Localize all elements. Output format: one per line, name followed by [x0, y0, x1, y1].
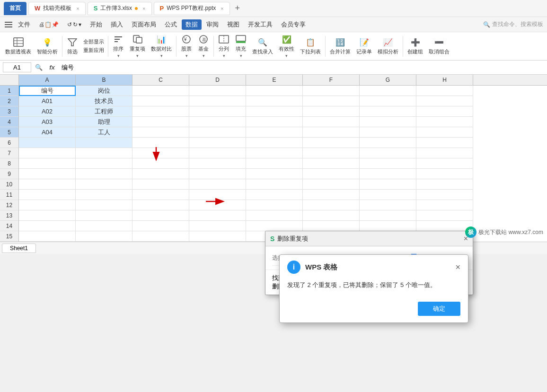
cell-C12[interactable] — [132, 200, 189, 210]
cell-G1[interactable] — [360, 86, 416, 96]
cell-H2[interactable] — [416, 96, 473, 106]
cell-C1[interactable] — [132, 86, 189, 96]
row-num-3[interactable]: 3 — [0, 106, 18, 117]
row-num-4[interactable]: 4 — [0, 117, 18, 127]
cell-F13[interactable] — [303, 210, 360, 221]
cell-E6[interactable] — [246, 138, 303, 148]
cell-F1[interactable] — [303, 86, 360, 96]
toolbar-create-group-btn[interactable]: ➕ 创建组 — [405, 35, 425, 57]
cell-F3[interactable] — [303, 106, 360, 117]
cell-B6[interactable] — [76, 138, 132, 148]
cell-G10[interactable] — [360, 179, 416, 190]
cell-C4[interactable] — [132, 117, 189, 127]
tab-home[interactable]: 首页 — [4, 2, 26, 15]
cell-E7[interactable] — [246, 148, 303, 158]
cell-C8[interactable] — [132, 158, 189, 169]
cell-G8[interactable] — [360, 158, 416, 169]
row-num-6[interactable]: 6 — [0, 138, 18, 148]
cell-D10[interactable] — [189, 179, 246, 190]
cell-G3[interactable] — [360, 106, 416, 117]
tab-wps-find[interactable]: W 找箱壳模板 × — [28, 2, 86, 15]
cell-D2[interactable] — [189, 96, 246, 106]
menu-pagelayout[interactable]: 页面布局 — [128, 19, 160, 30]
cell-B10[interactable] — [76, 179, 132, 190]
menu-view[interactable]: 视图 — [223, 19, 243, 30]
col-header-B[interactable]: B — [76, 75, 132, 85]
formula-search-icon[interactable]: 🔍 — [33, 62, 44, 73]
cell-B3[interactable]: 工程师 — [76, 106, 132, 117]
cell-E14[interactable] — [246, 221, 303, 231]
cell-F7[interactable] — [303, 148, 360, 158]
cell-B12[interactable] — [76, 200, 132, 210]
cell-C7[interactable] — [132, 148, 189, 158]
toolbar-simulate-btn[interactable]: 📈 模拟分析 — [375, 35, 401, 57]
cell-H3[interactable] — [416, 106, 473, 117]
cell-H6[interactable] — [416, 138, 473, 148]
cell-E12[interactable] — [246, 200, 303, 210]
menu-insert[interactable]: 插入 — [107, 19, 127, 30]
cell-F6[interactable] — [303, 138, 360, 148]
hamburger-icon[interactable] — [4, 20, 13, 29]
cell-E5[interactable] — [246, 127, 303, 138]
menu-search-box[interactable]: 🔍 查找命令、搜索模板 — [483, 20, 543, 28]
cell-D5[interactable] — [189, 127, 246, 138]
menu-dropdown[interactable]: ▾ — [79, 21, 81, 28]
cell-H10[interactable] — [416, 179, 473, 190]
cell-A12[interactable] — [19, 200, 76, 210]
cell-B9[interactable] — [76, 169, 132, 179]
cell-A1[interactable]: 编号 — [19, 86, 76, 96]
cell-B11[interactable] — [76, 190, 132, 200]
toolbar-smart-btn[interactable]: 💡 智能分析 — [35, 35, 60, 57]
cell-A10[interactable] — [19, 179, 76, 190]
cell-D9[interactable] — [189, 169, 246, 179]
toolbar-fund-btn[interactable]: 基 基金 ▾ — [195, 33, 212, 60]
cell-B2[interactable]: 技术员 — [76, 96, 132, 106]
cell-F5[interactable] — [303, 127, 360, 138]
cell-C14[interactable] — [132, 221, 189, 231]
cell-H12[interactable] — [416, 200, 473, 210]
cell-A9[interactable] — [19, 169, 76, 179]
row-num-2[interactable]: 2 — [0, 96, 18, 106]
cell-C2[interactable] — [132, 96, 189, 106]
toolbar-fill-btn[interactable]: 填充 ▾ — [233, 33, 249, 60]
col-header-D[interactable]: D — [189, 75, 246, 85]
redo-icon[interactable]: ↻ — [73, 21, 78, 28]
cell-B7[interactable] — [76, 148, 132, 158]
cell-C3[interactable] — [132, 106, 189, 117]
cell-A6[interactable] — [19, 138, 76, 148]
cell-H5[interactable] — [416, 127, 473, 138]
toolbar-filter-btn[interactable]: 筛选 — [64, 35, 80, 57]
row-num-10[interactable]: 10 — [0, 179, 18, 190]
formula-fx-icon[interactable]: fx — [46, 62, 58, 73]
cell-F14[interactable] — [303, 221, 360, 231]
cell-H9[interactable] — [416, 169, 473, 179]
cell-G14[interactable] — [360, 221, 416, 231]
cell-A14[interactable] — [19, 221, 76, 231]
cell-F4[interactable] — [303, 117, 360, 127]
toolbar-pivot-btn[interactable]: 数据透视表 — [3, 35, 34, 57]
formula-content-input[interactable] — [60, 63, 544, 72]
cell-H13[interactable] — [416, 210, 473, 221]
toolbar-record-btn[interactable]: 📝 记录单 — [354, 35, 374, 57]
row-num-13[interactable]: 13 — [0, 210, 18, 221]
cell-A5[interactable]: A04 — [19, 127, 76, 138]
cell-E10[interactable] — [246, 179, 303, 190]
toolbar-stock-btn[interactable]: ¥ 股票 ▾ — [178, 33, 194, 60]
cell-A11[interactable] — [19, 190, 76, 200]
cell-D6[interactable] — [189, 138, 246, 148]
cell-G6[interactable] — [360, 138, 416, 148]
col-header-E[interactable]: E — [246, 75, 303, 85]
tab-pptx[interactable]: P WPS PPT教程.pptx × — [154, 2, 230, 15]
cell-G13[interactable] — [360, 210, 416, 221]
row-num-5[interactable]: 5 — [0, 127, 18, 138]
cell-reference-input[interactable] — [3, 62, 31, 72]
cell-F2[interactable] — [303, 96, 360, 106]
row-num-7[interactable]: 7 — [0, 148, 18, 158]
toolbar-ungroup-btn[interactable]: ➖ 取消组合 — [426, 35, 452, 57]
row-num-12[interactable]: 12 — [0, 200, 18, 210]
row-num-8[interactable]: 8 — [0, 158, 18, 169]
toolbar-valid-btn[interactable]: ✅ 有效性 ▾ — [276, 33, 297, 60]
tab-wps-close[interactable]: × — [76, 6, 79, 11]
menu-vip[interactable]: 会员专享 — [277, 19, 309, 30]
cell-D15[interactable] — [189, 231, 246, 242]
